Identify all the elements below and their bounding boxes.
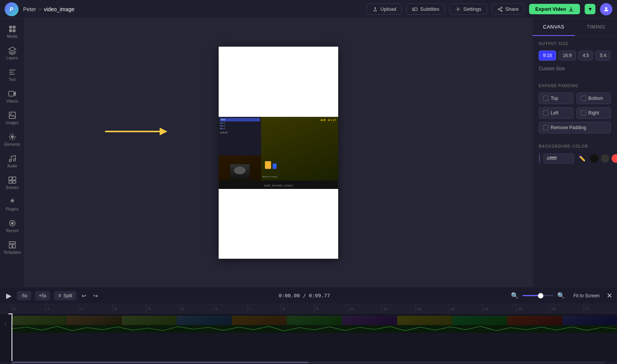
share-button[interactable]: Share xyxy=(492,3,524,15)
sidebar-item-text[interactable]: Text xyxy=(2,65,23,85)
sidebar-item-videos[interactable]: Videos xyxy=(2,86,23,106)
padding-right-icon xyxy=(581,110,586,116)
size-btn-9-16[interactable]: 9:16 xyxy=(539,51,556,61)
ruler-mark-17: :17 xyxy=(583,304,617,313)
play-button[interactable]: ▶ xyxy=(5,290,13,302)
canvas-webcam-panel xyxy=(219,155,261,180)
svg-point-6 xyxy=(501,10,502,12)
sidebar: Media Layers Text Videos Images Elements… xyxy=(0,19,25,287)
canvas-frame: Stats Item 1 Item 2 Item 3 10:46.48 xyxy=(219,47,338,259)
breadcrumb-user[interactable]: Peter xyxy=(23,6,36,12)
track-number: 1 xyxy=(1,322,10,327)
output-size-title: OUTPUT SIZE xyxy=(539,42,611,46)
custom-size-button[interactable]: Custom Size xyxy=(539,64,565,73)
svg-rect-23 xyxy=(12,181,15,183)
app-logo: P xyxy=(5,2,19,16)
sidebar-item-layers[interactable]: Layers xyxy=(2,43,23,63)
canvas-top-white xyxy=(219,47,338,117)
sidebar-item-images[interactable]: Images xyxy=(2,108,23,128)
playhead[interactable] xyxy=(12,313,12,361)
subtitles-button[interactable]: Subtitles xyxy=(406,3,445,15)
plus-5s-button[interactable]: +5s xyxy=(35,291,51,300)
sidebar-item-plugins[interactable]: Plugins xyxy=(2,194,23,214)
timeline-scrollbar[interactable] xyxy=(0,361,617,364)
color-value-input[interactable] xyxy=(543,153,574,163)
settings-button[interactable]: Settings xyxy=(450,3,487,15)
svg-marker-30 xyxy=(160,128,167,135)
color-swatch-black1[interactable] xyxy=(590,154,598,163)
padding-left-button[interactable]: Left xyxy=(539,107,573,119)
canvas-channel-label: SIMP_FATHER_JONES xyxy=(219,180,338,189)
zoom-out-button[interactable]: 🔍 xyxy=(509,290,520,301)
ruler-mark-12: :12 xyxy=(415,304,449,313)
sidebar-item-scenes[interactable]: Scenes xyxy=(2,173,23,193)
split-button[interactable]: ⏸ Split xyxy=(54,291,76,300)
padding-left-icon xyxy=(543,110,548,116)
canvas-stats-panel: Stats Item 1 Item 2 Item 3 10:46.48 xyxy=(219,117,261,155)
tab-timing[interactable]: TIMING xyxy=(575,19,617,36)
tab-canvas[interactable]: CANVAS xyxy=(533,19,575,36)
color-swatch-black2[interactable] xyxy=(601,154,609,163)
svg-rect-10 xyxy=(9,26,12,29)
color-edit-button[interactable]: ✏️ xyxy=(577,154,587,163)
timeline: ▶ -5s +5s ⏸ Split ↩ ↪ 0:00.00 / 0:09.77 … xyxy=(0,287,617,364)
svg-rect-12 xyxy=(9,29,12,32)
current-color-swatch[interactable] xyxy=(539,153,540,164)
close-timeline-button[interactable]: ✕ xyxy=(607,292,612,300)
avatar[interactable] xyxy=(600,3,612,15)
padding-bottom-icon xyxy=(581,96,586,101)
sidebar-item-templates[interactable]: Templates xyxy=(2,238,23,258)
topbar: P Peter > video_image Upload Subtitles S… xyxy=(0,0,617,19)
svg-point-3 xyxy=(458,8,459,10)
size-btn-4-5[interactable]: 4:5 xyxy=(578,51,593,61)
svg-point-16 xyxy=(10,113,12,115)
zoom-slider[interactable] xyxy=(523,295,553,296)
minus-5s-button[interactable]: -5s xyxy=(17,291,31,300)
size-btn-5-4[interactable]: 5:4 xyxy=(595,51,610,61)
canvas-area[interactable]: Stats Item 1 Item 2 Item 3 10:46.48 xyxy=(25,19,532,287)
svg-point-4 xyxy=(501,7,502,8)
sidebar-item-media[interactable]: Media xyxy=(2,22,23,42)
zoom-in-button[interactable]: 🔍 xyxy=(556,290,566,301)
padding-bottom-button[interactable]: Bottom xyxy=(577,93,611,104)
undo-button[interactable]: ↩ xyxy=(80,291,88,300)
sidebar-item-record[interactable]: Record xyxy=(2,216,23,236)
ruler-mark-8: :8 xyxy=(281,304,314,313)
svg-point-5 xyxy=(498,8,500,10)
ruler-mark-16: :16 xyxy=(550,304,583,313)
ruler-mark-13: :13 xyxy=(449,304,482,313)
output-size-section: OUTPUT SIZE 9:16 16:9 4:5 5:4 Custom Siz… xyxy=(533,36,617,78)
canvas-left-panel: Stats Item 1 Item 2 Item 3 10:46.48 xyxy=(219,117,261,180)
upload-button[interactable]: Upload xyxy=(367,3,402,15)
ruler-mark-6: :6 xyxy=(213,304,247,313)
sidebar-item-elements[interactable]: Elements xyxy=(2,130,23,150)
remove-padding-button[interactable]: Remove Padding xyxy=(539,122,611,133)
fit-screen-button[interactable]: Fit to Screen xyxy=(570,292,603,300)
export-dropdown-button[interactable]: ▾ xyxy=(585,4,595,14)
redo-button[interactable]: ↪ xyxy=(92,291,99,300)
export-button[interactable]: Export Video xyxy=(529,4,580,14)
color-swatches xyxy=(590,154,617,163)
waveform xyxy=(12,325,617,333)
right-panel: CANVAS TIMING OUTPUT SIZE 9:16 16:9 4:5 … xyxy=(532,19,617,287)
ruler-mark-1: :1 xyxy=(45,304,79,313)
ruler-mark-7: :7 xyxy=(247,304,281,313)
padding-top-button[interactable]: Top xyxy=(539,93,573,104)
breadcrumb: Peter > video_image xyxy=(23,6,74,12)
ruler-mark-14: :14 xyxy=(482,304,516,313)
expand-padding-title: EXPAND PADDING xyxy=(539,84,611,88)
padding-grid: Top Bottom Left Right xyxy=(539,93,611,119)
remove-padding-icon xyxy=(543,125,548,130)
track-filmstrip xyxy=(12,316,617,325)
canvas-game-panel: 4×5 ★×15 My life is a mess... xyxy=(261,117,338,180)
ruler-mark-15: :15 xyxy=(516,304,550,313)
size-btn-16-9[interactable]: 16:9 xyxy=(558,51,576,61)
padding-right-button[interactable]: Right xyxy=(577,107,611,119)
video-track[interactable] xyxy=(12,316,617,333)
ruler-mark-2: :2 xyxy=(79,304,112,313)
sidebar-item-audio[interactable]: Audio xyxy=(2,151,23,171)
ruler-mark-0: :0 xyxy=(12,304,45,313)
bg-color-row: ✏️ xyxy=(539,153,611,164)
color-swatch-red[interactable] xyxy=(612,154,617,163)
breadcrumb-project: video_image xyxy=(44,6,74,12)
